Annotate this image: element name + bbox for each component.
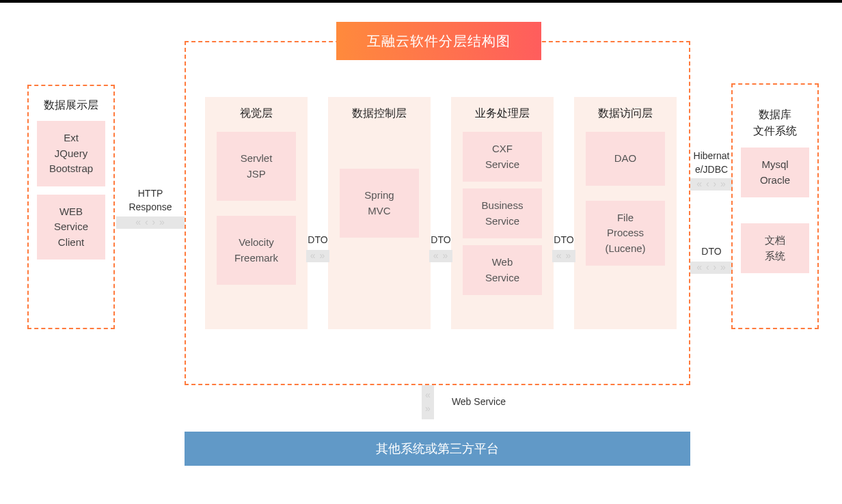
- column-view-layer: 视觉层 ServletJSP VelocityFreemark: [205, 97, 308, 329]
- col2-item2: WebService: [463, 245, 542, 295]
- third-party-bar: 其他系统或第三方平台: [185, 432, 690, 466]
- database-layer-box: 数据库文件系统 MysqlOracle 文档系统: [731, 83, 819, 329]
- column-control-layer: 数据控制层 SpringMVC: [328, 97, 431, 329]
- connector-http-label: HTTPResponse: [116, 187, 185, 214]
- presentation-layer-title: 数据展示层: [29, 98, 113, 113]
- arrow-icon: «»: [422, 385, 434, 419]
- column-dao-layer: 数据访问层 DAO FileProcess(Lucene): [574, 97, 677, 329]
- main-architecture-box: 互融云软件分层结构图 视觉层 ServletJSP VelocityFreema…: [185, 41, 690, 385]
- col-title-0: 视觉层: [205, 107, 308, 121]
- connector-dto-right: DTO « ‹ › »: [690, 245, 733, 274]
- connector-dto-3: DTO « »: [552, 234, 575, 262]
- arrow-icon: « »: [306, 250, 329, 262]
- connector-dto-2: DTO « »: [429, 234, 452, 262]
- columns-wrap: 视觉层 ServletJSP VelocityFreemark 数据控制层 Sp…: [205, 97, 677, 329]
- col1-item0: SpringMVC: [340, 169, 419, 238]
- connector-webservice: «» Web Service: [410, 385, 506, 419]
- connector-dto-right-label: DTO: [690, 245, 733, 259]
- connector-hibernate-label: Hibernate/JDBC: [690, 150, 733, 176]
- arrow-icon: « »: [429, 250, 452, 262]
- col3-item0: DAO: [586, 132, 665, 186]
- col-title-2: 业务处理层: [451, 107, 554, 121]
- col0-item0: ServletJSP: [217, 132, 296, 201]
- left-item-0: ExtJQueryBootstrap: [37, 121, 105, 186]
- col3-item1: FileProcess(Lucene): [586, 201, 665, 266]
- arrow-icon: « ‹ › »: [116, 216, 185, 229]
- arrow-icon: « ‹ › »: [690, 262, 733, 274]
- left-item-1: WEBServiceClient: [37, 195, 105, 260]
- connector-webservice-label: Web Service: [452, 395, 506, 409]
- database-layer-title: 数据库文件系统: [733, 107, 817, 139]
- connector-hibernate: Hibernate/JDBC « ‹ › »: [690, 150, 733, 191]
- col2-item0: CXFService: [463, 132, 542, 182]
- col-title-3: 数据访问层: [574, 107, 677, 121]
- arrow-icon: « ‹ › »: [690, 178, 733, 191]
- col2-item1: BusinessService: [463, 188, 542, 238]
- diagram-title: 互融云软件分层结构图: [336, 22, 541, 60]
- connector-dto-2-label: DTO: [429, 234, 452, 247]
- connector-dto-1: DTO « »: [306, 234, 329, 262]
- diagram-canvas: 数据展示层 ExtJQueryBootstrap WEBServiceClien…: [0, 3, 842, 504]
- arrow-icon: « »: [552, 250, 575, 262]
- connector-http: HTTPResponse « ‹ › »: [116, 187, 185, 229]
- right-item-1: 文档系统: [741, 223, 809, 273]
- connector-dto-1-label: DTO: [306, 234, 329, 247]
- column-business-layer: 业务处理层 CXFService BusinessService WebServ…: [451, 97, 554, 329]
- connector-dto-3-label: DTO: [552, 234, 575, 247]
- col-title-1: 数据控制层: [328, 107, 431, 121]
- col0-item1: VelocityFreemark: [217, 216, 296, 285]
- presentation-layer-box: 数据展示层 ExtJQueryBootstrap WEBServiceClien…: [27, 85, 115, 329]
- right-item-0: MysqlOracle: [741, 148, 809, 197]
